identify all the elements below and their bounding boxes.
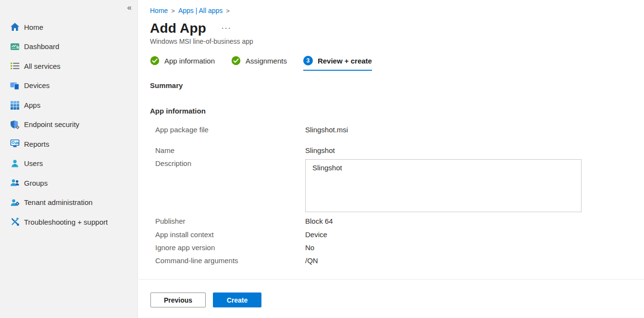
sidebar-item-home[interactable]: Home (0, 17, 137, 37)
step-label: App information (164, 57, 215, 65)
field-row-publisher: Publisher Block 64 (150, 217, 644, 225)
page-title: Add App (150, 21, 206, 36)
field-label: App package file (150, 126, 305, 134)
all-services-icon (10, 61, 20, 71)
sidebar-item-all-services[interactable]: All services (0, 56, 137, 76)
sidebar-item-label: All services (24, 62, 61, 70)
sidebar-item-label: Dashboard (24, 42, 59, 51)
step-app-information[interactable]: App information (150, 56, 215, 71)
apps-icon (10, 100, 20, 110)
step-complete-check-icon (231, 56, 241, 65)
sidebar-nav: Home Dashboard All services Devices Apps (0, 0, 137, 232)
devices-icon (10, 81, 20, 90)
field-value: Slingshot.msi (305, 126, 348, 134)
sidebar-collapse-icon[interactable]: « (127, 3, 132, 13)
field-value: No (305, 243, 314, 252)
sidebar-item-label: Users (24, 159, 43, 167)
tenant-administration-icon (10, 198, 20, 207)
sidebar-item-devices[interactable]: Devices (0, 76, 137, 96)
breadcrumb-separator: > (226, 7, 230, 14)
sidebar-item-apps[interactable]: Apps (0, 95, 137, 115)
sidebar-item-label: Apps (24, 101, 40, 109)
dashboard-icon (10, 42, 20, 51)
field-row-app-package-file: App package file Slingshot.msi (150, 126, 644, 134)
field-label: Description (150, 159, 305, 167)
field-label: Name (150, 146, 305, 154)
description-textarea[interactable]: Slingshot (305, 159, 582, 212)
summary-heading: Summary (150, 81, 644, 89)
sidebar-item-label: Endpoint security (24, 120, 79, 128)
sidebar-item-dashboard[interactable]: Dashboard (0, 37, 137, 57)
field-row-name: Name Slingshot (150, 146, 644, 154)
endpoint-security-shield-icon (10, 120, 20, 129)
wizard-content: Home > Apps | All apps > Add App ··· Win… (138, 0, 644, 279)
breadcrumb: Home > Apps | All apps > (150, 7, 644, 14)
wizard-steps: App information Assignments 3 Review + c… (150, 56, 644, 71)
field-label: App install context (150, 230, 305, 239)
field-label: Publisher (150, 217, 305, 225)
breadcrumb-link-apps-all-apps[interactable]: Apps | All apps (178, 7, 223, 14)
field-row-ignore-app-version: Ignore app version No (150, 243, 644, 252)
field-value: Slingshot (305, 146, 335, 154)
step-label: Review + create (318, 57, 372, 65)
app-information-section-heading: App information (150, 107, 644, 115)
users-icon (10, 159, 20, 168)
step-label: Assignments (246, 57, 287, 65)
step-review-create[interactable]: 3 Review + create (303, 56, 372, 71)
sidebar-item-label: Troubleshooting + support (24, 218, 108, 226)
sidebar-item-groups[interactable]: Groups (0, 173, 137, 193)
wizard-footer: Previous Create (138, 279, 644, 318)
troubleshooting-wrench-icon (10, 217, 20, 227)
field-row-command-line-arguments: Command-line arguments /QN (150, 256, 644, 265)
page-subtitle: Windows MSI line-of-business app (150, 38, 644, 45)
field-value: /QN (305, 256, 318, 265)
field-row-description: Description Slingshot (150, 159, 644, 212)
field-value: Block 64 (305, 217, 333, 225)
main-content: Home > Apps | All apps > Add App ··· Win… (138, 0, 644, 318)
reports-icon (10, 139, 20, 149)
sidebar-item-label: Devices (24, 81, 50, 89)
sidebar: « Home Dashboard All services Devices (0, 0, 138, 318)
more-options-icon[interactable]: ··· (222, 26, 232, 31)
field-row-app-install-context: App install context Device (150, 230, 644, 239)
previous-button[interactable]: Previous (150, 293, 206, 307)
step-assignments[interactable]: Assignments (231, 56, 287, 71)
sidebar-item-reports[interactable]: Reports (0, 134, 137, 154)
home-icon (10, 22, 20, 32)
sidebar-item-label: Reports (24, 140, 50, 148)
create-button[interactable]: Create (213, 293, 261, 307)
step-number-badge: 3 (303, 56, 313, 65)
sidebar-item-label: Tenant administration (24, 198, 93, 206)
sidebar-item-troubleshooting-support[interactable]: Troubleshooting + support (0, 212, 137, 232)
sidebar-item-label: Groups (24, 179, 48, 187)
breadcrumb-separator: > (171, 7, 175, 14)
step-complete-check-icon (150, 56, 160, 65)
sidebar-item-tenant-administration[interactable]: Tenant administration (0, 193, 137, 213)
sidebar-item-users[interactable]: Users (0, 154, 137, 174)
breadcrumb-link-home[interactable]: Home (150, 7, 168, 14)
field-value: Device (305, 230, 327, 239)
sidebar-item-endpoint-security[interactable]: Endpoint security (0, 115, 137, 135)
field-label: Command-line arguments (150, 256, 305, 265)
field-label: Ignore app version (150, 243, 305, 252)
sidebar-item-label: Home (24, 23, 43, 31)
groups-icon (10, 178, 20, 188)
